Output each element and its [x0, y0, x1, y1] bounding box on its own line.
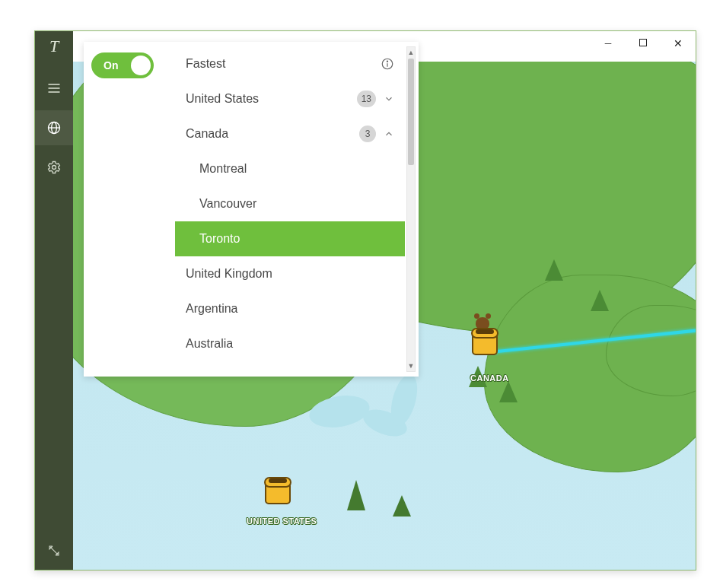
collapse-icon: [48, 545, 60, 557]
window-minimize-button[interactable]: ─: [591, 31, 626, 56]
server-count-badge: 13: [357, 91, 376, 107]
location-label: Toronto: [199, 232, 240, 246]
sidebar-item-settings[interactable]: [35, 150, 73, 185]
location-item-united-kingdom[interactable]: United Kingdom: [175, 256, 405, 291]
location-label: Fastest: [186, 57, 225, 71]
honeypot-icon: [265, 482, 291, 504]
map-country-label: CANADA: [470, 373, 509, 383]
vpn-toggle[interactable]: On: [91, 52, 154, 78]
tree-icon: [545, 259, 563, 281]
location-city-montreal[interactable]: Montreal: [175, 151, 405, 186]
svg-point-6: [53, 166, 56, 170]
chevron-up-icon: [384, 129, 394, 139]
tree-icon: [499, 381, 518, 402]
location-city-vancouver[interactable]: Vancouver: [175, 186, 405, 221]
svg-point-10: [387, 61, 387, 62]
location-label: Montreal: [199, 162, 247, 176]
scroll-thumb[interactable]: [408, 59, 414, 165]
scroll-down-button[interactable]: ▼: [407, 361, 415, 371]
location-label: Vancouver: [199, 197, 256, 211]
location-label: United Kingdom: [186, 267, 272, 281]
app-window: ─ ✕ T: [34, 30, 696, 571]
honeypot-icon: [472, 332, 498, 355]
tree-icon: [393, 495, 411, 516]
vpn-toggle-label: On: [104, 59, 118, 72]
sidebar: T: [35, 31, 73, 570]
svg-line-7: [50, 547, 59, 555]
location-label: United States: [186, 92, 259, 106]
location-label: Argentina: [186, 302, 238, 316]
scrollbar[interactable]: ▲ ▼: [406, 46, 416, 372]
sidebar-item-locations[interactable]: [35, 110, 73, 145]
tree-icon: [347, 480, 365, 510]
gear-icon: [46, 160, 62, 175]
server-count-badge: 3: [359, 126, 376, 142]
globe-icon: [46, 120, 62, 135]
location-item-fastest[interactable]: Fastest: [175, 46, 405, 81]
window-close-button[interactable]: ✕: [661, 31, 696, 56]
location-item-united-states[interactable]: United States 13: [175, 81, 405, 116]
info-icon[interactable]: [381, 57, 394, 71]
location-item-australia[interactable]: Australia: [175, 326, 405, 361]
map-country-label: UNITED STATES: [247, 516, 317, 526]
location-city-toronto[interactable]: Toronto: [175, 221, 405, 256]
sidebar-collapse-button[interactable]: [35, 539, 73, 562]
menu-button[interactable]: [35, 71, 73, 106]
hamburger-icon: [46, 81, 62, 96]
location-item-argentina[interactable]: Argentina: [175, 291, 405, 326]
tree-icon: [591, 290, 609, 311]
map-lake: [386, 371, 422, 428]
location-panel: On Fastest United States 13 C: [84, 42, 419, 377]
scroll-up-button[interactable]: ▲: [407, 47, 415, 58]
map-tunnel-canada[interactable]: [469, 332, 501, 355]
app-logo: T: [35, 31, 73, 62]
location-label: Australia: [186, 337, 233, 351]
window-maximize-button[interactable]: [626, 31, 661, 56]
location-label: Canada: [186, 127, 228, 141]
map-tunnel-us[interactable]: [262, 482, 294, 504]
location-list: Fastest United States 13 Canada 3: [175, 46, 405, 372]
chevron-down-icon: [384, 94, 394, 104]
location-item-canada[interactable]: Canada 3: [175, 116, 405, 151]
toggle-knob: [131, 56, 151, 75]
